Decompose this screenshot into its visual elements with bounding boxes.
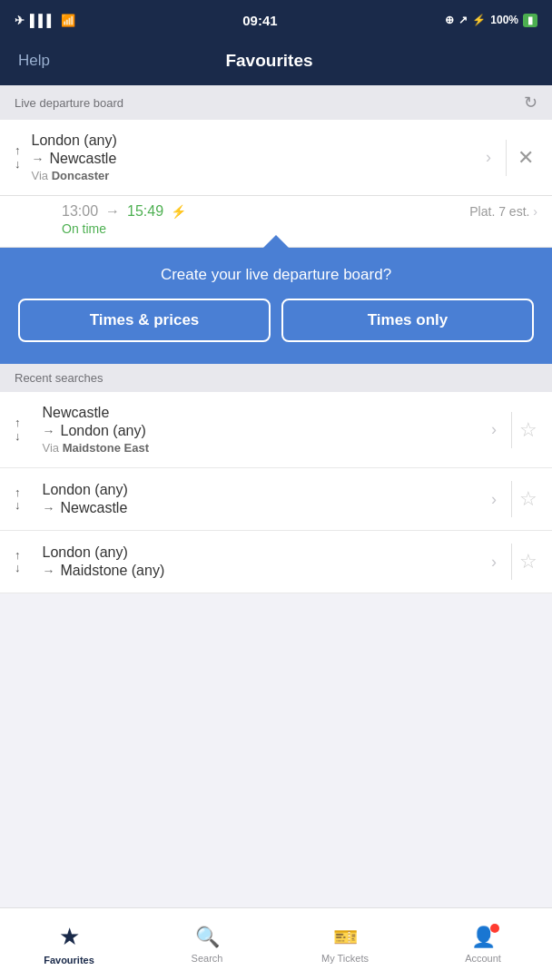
nav-bar: Help Favourites: [0, 40, 552, 85]
recent-to-3: Maidstone (any): [61, 563, 165, 579]
battery-icon: ▮: [523, 14, 537, 27]
recent-from-2: London (any): [43, 482, 485, 498]
recent-arrow-2: →: [43, 501, 55, 515]
search-icon: 🔍: [195, 926, 220, 949]
recent-to-line-2: → Newcastle: [43, 500, 485, 516]
tab-bar: ★ Favourites 🔍 Search 🎫 My Tickets 👤 Acc…: [0, 907, 552, 980]
swap-direction-icon: ↑ ↓: [15, 144, 21, 171]
route-arrow-right-icon: →: [32, 152, 44, 166]
recent-via-1: Via Maidstone East: [43, 441, 485, 455]
recent-chevron-3: ›: [491, 553, 497, 572]
popup-title: Create your live departure board?: [18, 266, 534, 284]
bluetooth-icon: ⚡: [472, 14, 486, 26]
tab-account[interactable]: 👤 Account: [414, 908, 552, 980]
status-time: 09:41: [242, 13, 277, 28]
status-left: ✈ ▌▌▌ 📶: [15, 14, 75, 27]
tab-search-label: Search: [192, 953, 223, 964]
live-departure-header: Live departure board ↻: [0, 85, 552, 120]
account-badge: 👤: [471, 926, 496, 949]
separator: [506, 140, 507, 176]
depart-time: 13:00: [62, 203, 98, 220]
tab-my-tickets-label: My Tickets: [321, 953, 369, 964]
recent-to-2: Newcastle: [61, 500, 128, 516]
lightning-icon: ⚡: [171, 204, 186, 219]
favourite-route-item[interactable]: ↑ ↓ London (any) → Newcastle Via Doncast…: [0, 120, 552, 196]
arrive-time: 15:49: [127, 203, 163, 220]
times-and-prices-button[interactable]: Times & prices: [18, 299, 271, 342]
time-row: 13:00 → 15:49 ⚡ Plat. 7 est. ›: [62, 203, 537, 220]
swap-direction-icon-2: ↑ ↓: [15, 486, 21, 513]
remove-favourite-button[interactable]: ✕: [514, 142, 537, 173]
favourite-chevron-icon: ›: [486, 148, 491, 167]
content-area: Live departure board ↻ ↑ ↓ London (any) …: [0, 85, 552, 980]
status-right: ⊕ ↗ ⚡ 100% ▮: [445, 14, 537, 27]
recent-route-content-1: Newcastle → London (any) Via Maidstone E…: [43, 405, 485, 455]
favourite-from: London (any): [32, 132, 479, 149]
signal-icon: ▌▌▌: [30, 14, 55, 27]
recent-to-line-3: → Maidstone (any): [43, 563, 485, 579]
tab-my-tickets[interactable]: 🎫 My Tickets: [276, 908, 414, 980]
favourite-route-content: London (any) → Newcastle Via Doncaster: [32, 132, 479, 182]
times-only-button[interactable]: Times only: [281, 299, 534, 342]
on-time-status: On time: [62, 221, 537, 236]
favourite-via: Via Doncaster: [32, 169, 479, 182]
tab-account-label: Account: [465, 953, 501, 964]
recent-searches-header: Recent searches: [0, 364, 552, 392]
separator-1: [511, 412, 512, 448]
page-title: Favourites: [225, 51, 312, 71]
recent-route-content-2: London (any) → Newcastle: [43, 482, 485, 516]
popup-buttons: Times & prices Times only: [18, 299, 534, 342]
tab-search[interactable]: 🔍 Search: [138, 908, 276, 980]
arrow-icon: ↗: [458, 14, 468, 26]
wifi-icon: 📶: [61, 14, 75, 27]
airplane-icon: ✈: [15, 14, 25, 27]
ticket-icon: 🎫: [333, 926, 358, 949]
platform-info: Plat. 7 est. ›: [469, 204, 537, 219]
recent-to-line-1: → London (any): [43, 423, 485, 439]
recent-from-3: London (any): [43, 544, 485, 561]
favourites-star-icon: ★: [59, 923, 80, 951]
help-button[interactable]: Help: [18, 52, 50, 70]
favourite-to-line: → Newcastle: [32, 151, 479, 167]
recent-arrow-3: →: [43, 564, 55, 578]
recent-from-1: Newcastle: [43, 405, 485, 421]
create-board-popup: Create your live departure board? Times …: [0, 248, 552, 364]
status-bar: ✈ ▌▌▌ 📶 09:41 ⊕ ↗ ⚡ 100% ▮: [0, 0, 552, 40]
recent-chevron-1: ›: [491, 420, 497, 439]
popup-arrow: [263, 235, 289, 248]
live-departure-title: Live departure board: [15, 96, 123, 110]
recent-route-content-3: London (any) → Maidstone (any): [43, 544, 485, 579]
separator-2: [511, 481, 512, 517]
separator-3: [511, 544, 512, 580]
swap-direction-icon-3: ↑ ↓: [15, 549, 21, 575]
favourite-star-3[interactable]: ☆: [519, 550, 537, 573]
recent-search-item-2[interactable]: ↑ ↓ London (any) → Newcastle › ☆: [0, 468, 552, 531]
recent-to-1: London (any): [61, 423, 146, 439]
recent-searches-title: Recent searches: [15, 371, 104, 385]
account-notification-badge: [490, 924, 499, 933]
recent-arrow-1: →: [43, 424, 55, 438]
favourite-to: Newcastle: [50, 151, 117, 167]
favourite-star-1[interactable]: ☆: [519, 418, 537, 442]
recent-chevron-2: ›: [491, 490, 497, 509]
platform-chevron-icon: ›: [533, 204, 537, 219]
tab-favourites[interactable]: ★ Favourites: [0, 908, 138, 980]
battery-percent: 100%: [490, 14, 518, 26]
favourite-star-2[interactable]: ☆: [519, 487, 537, 511]
swap-direction-icon-1: ↑ ↓: [15, 416, 21, 443]
recent-search-item[interactable]: ↑ ↓ Newcastle → London (any) Via Maidsto…: [0, 392, 552, 468]
time-arrow-icon: →: [105, 203, 120, 220]
recent-search-item-3[interactable]: ↑ ↓ London (any) → Maidstone (any) › ☆: [0, 531, 552, 593]
refresh-icon[interactable]: ↻: [524, 93, 537, 113]
location-icon: ⊕: [445, 14, 454, 26]
tab-favourites-label: Favourites: [44, 955, 94, 965]
